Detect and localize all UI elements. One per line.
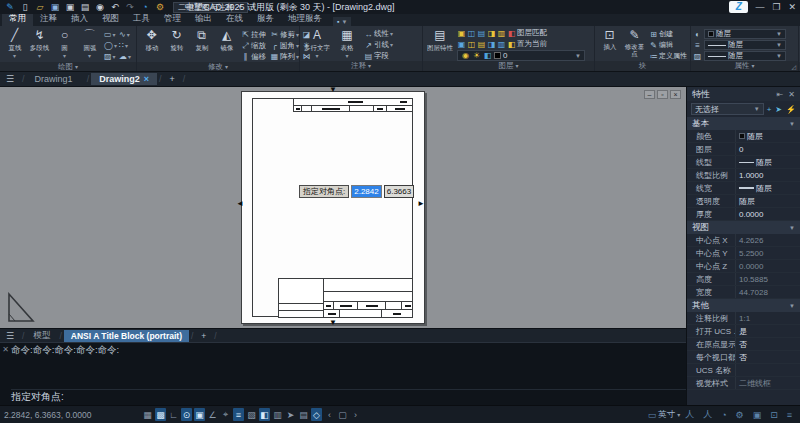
property-row[interactable]: 视觉样式 二维线框 [687, 377, 800, 390]
layer-lock-icon[interactable]: ◨ [487, 29, 496, 38]
new-file-icon[interactable]: ▯ [19, 1, 31, 13]
doc-minimize-button[interactable]: ‒ [644, 90, 655, 99]
dyn-input-y[interactable]: 6.3663 [384, 185, 414, 198]
property-row[interactable]: UCS 名称 [687, 364, 800, 377]
create-block-button[interactable]: ⊞创建 [649, 29, 687, 39]
preview-icon[interactable]: ◉ [94, 1, 106, 13]
doc-restore-button[interactable]: ▫ [657, 90, 668, 99]
annotation-toggle[interactable]: ▤ [298, 408, 309, 421]
sun-icon[interactable]: ☀ [472, 51, 481, 60]
layout-tab[interactable]: 模型 [26, 329, 57, 343]
rectangle-icon[interactable]: ▭▾ [104, 29, 119, 40]
ribbon-tab[interactable]: 输出 [188, 12, 219, 26]
settings-gear-icon[interactable]: ⚙ [154, 1, 166, 13]
layer-match-button[interactable]: 图层匹配 [517, 28, 547, 38]
selection-dropdown[interactable]: 无选择 ▼ [691, 103, 764, 115]
drawing-canvas[interactable]: ‒▫× [0, 87, 686, 328]
hatch-icon[interactable]: ▨▾ [104, 51, 119, 62]
clean-screen-icon[interactable]: ▣ [753, 410, 766, 420]
panel-label-modify[interactable]: 修改 ▾ [137, 62, 299, 72]
property-row[interactable]: 中心点 Z 0.0000 [687, 260, 800, 273]
plot-icon[interactable]: ▤ [79, 1, 91, 13]
layer-isolate-icon[interactable]: ◫ [467, 29, 476, 38]
property-row[interactable]: 厚度 0.0000 [687, 208, 800, 221]
grid-toggle[interactable]: ▦ [142, 408, 153, 421]
linetype-control[interactable]: ▨ 随层▼ [693, 51, 786, 61]
dyn-input-x[interactable]: 2.2842 [351, 185, 381, 198]
property-row[interactable]: 中心点 Y 5.2500 [687, 247, 800, 260]
quick-properties-toggle[interactable]: ◧ [259, 408, 270, 421]
scale-button[interactable]: ⤢缩放 [241, 40, 267, 51]
drawing-tabs-menu-icon[interactable]: ☰ [6, 74, 14, 84]
command-prompt[interactable]: 指定对角点: [11, 389, 686, 405]
minimize-button[interactable]: — [755, 1, 764, 13]
lock-icon[interactable]: ◧ [483, 51, 492, 60]
ribbon-tab[interactable]: 地理服务 [281, 12, 329, 26]
layer-prev-icon[interactable]: ▥ [497, 40, 506, 49]
layout-tabs-menu-icon[interactable]: ☰ [6, 331, 14, 341]
section-header-other[interactable]: 其他▼ [687, 299, 800, 312]
line-button[interactable]: ╱ 直线 ▾ [2, 27, 27, 62]
property-row[interactable]: 注释比例 1:1 [687, 312, 800, 325]
revision-cloud-icon[interactable]: ☁▾ [119, 51, 134, 62]
quick-select-icon[interactable]: ⚡ [786, 105, 796, 114]
workspace-gear-icon[interactable]: ⚙ [736, 410, 748, 420]
copy-button[interactable]: ⧉ 复制 [189, 27, 214, 62]
ribbon-tab[interactable]: 管理 [157, 12, 188, 26]
annotation-visibility-icon[interactable]: 人 [685, 408, 698, 421]
select-objects-icon[interactable]: ➤ [775, 105, 782, 114]
property-row[interactable]: 线型比例 1.0000 [687, 169, 800, 182]
bulb-icon[interactable]: ◉ [461, 51, 470, 60]
lineweight-toggle[interactable]: ≡ [233, 408, 244, 421]
ortho-toggle[interactable]: ∟ [168, 408, 179, 421]
close-tab-icon[interactable]: × [144, 74, 149, 84]
object-color-control[interactable]: ◐ 随层▼ [693, 29, 786, 39]
layer-thaw-icon[interactable]: ◫ [467, 40, 476, 49]
selection-cycling-toggle[interactable]: ▥ [272, 408, 283, 421]
doc-close-button[interactable]: × [670, 90, 681, 99]
drawing-tab[interactable]: Drawing1 [27, 73, 85, 85]
array-button[interactable]: ▦阵列▾ [270, 51, 299, 62]
section-header-basic[interactable]: 基本▼ [687, 117, 800, 130]
dyn-input-toggle[interactable]: ⌖ [220, 408, 231, 421]
otrack-toggle[interactable]: ∠ [207, 408, 218, 421]
property-row[interactable]: 颜色 随层 [687, 130, 800, 143]
annotation-scale-icon[interactable]: ◔ [721, 410, 730, 420]
layer-unisolate-icon[interactable]: ▣ [457, 40, 466, 49]
drawing-tab[interactable]: Drawing2× [91, 73, 157, 85]
paper-arrow-left[interactable]: ◄ [236, 200, 244, 208]
ribbon-tab[interactable]: 工具 [126, 12, 157, 26]
ribbon-tab[interactable]: 在线 [219, 12, 250, 26]
layer-freeze-icon[interactable]: ▤ [477, 29, 486, 38]
layout-paper[interactable] [241, 91, 425, 324]
isodraft-toggle[interactable]: ◇ [311, 408, 322, 421]
property-row[interactable]: 线型 随层 [687, 156, 800, 169]
polyline-button[interactable]: ↯ 多段线 ▾ [27, 27, 52, 62]
point-icon[interactable]: ∷▾ [119, 40, 134, 51]
command-window[interactable]: ✕ 命令:命令:命令:命令:命令: 指定对角点: [0, 342, 686, 405]
property-row[interactable]: 打开 UCS … 是 [687, 325, 800, 338]
edit-base-point-button[interactable]: ✎ 修改基点 [622, 27, 647, 61]
property-row[interactable]: 每个视口都… 否 [687, 351, 800, 364]
redo-icon[interactable]: ↷ [124, 1, 136, 13]
layer-off-icon[interactable]: ▣ [457, 29, 466, 38]
polar-toggle[interactable]: ⊙ [181, 408, 192, 421]
snap-toggle[interactable]: ▩ [155, 408, 166, 421]
layer-walk-icon[interactable]: ◨ [487, 40, 496, 49]
save-icon[interactable]: ▣ [49, 1, 61, 13]
prev-layout-button[interactable]: ‹ [324, 408, 335, 421]
lineweight-control[interactable]: ≡ 随层▼ [693, 40, 786, 50]
circle-button[interactable]: ○ 圆 ▾ [52, 27, 77, 62]
property-row[interactable]: 线宽 随层 [687, 182, 800, 195]
property-row[interactable]: 在原点显示 … 否 [687, 338, 800, 351]
new-drawing-button[interactable]: + [163, 74, 180, 84]
close-icon[interactable]: ✕ [788, 90, 795, 99]
osnap-toggle[interactable]: ▣ [194, 408, 205, 421]
open-folder-icon[interactable]: ▱ [34, 1, 46, 13]
transparency-toggle[interactable]: ▧ [246, 408, 257, 421]
insert-block-button[interactable]: ⊡ 插入 [597, 27, 622, 61]
undo-icon[interactable]: ↶ [109, 1, 121, 13]
ribbon-display-toggle[interactable]: ▪▼ [333, 17, 351, 26]
layer-states-icon[interactable]: ◧ [507, 40, 516, 49]
ribbon-tab[interactable]: 服务 [250, 12, 281, 26]
